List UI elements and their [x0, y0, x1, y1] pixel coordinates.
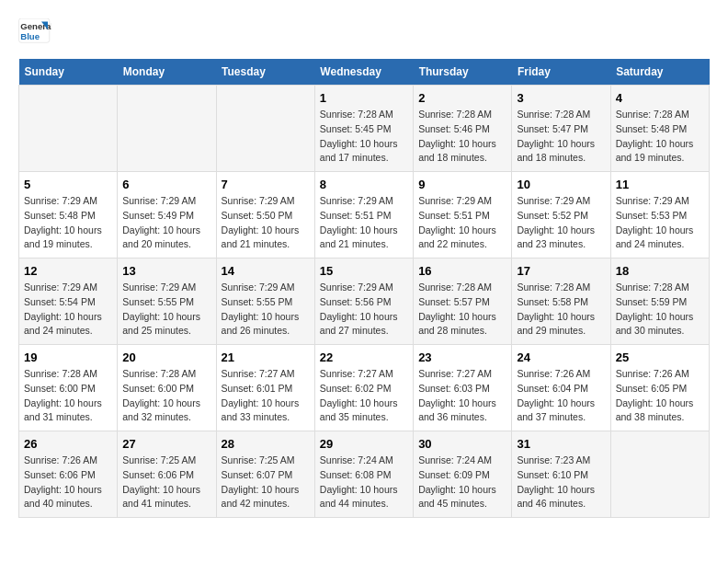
- day-info: Sunrise: 7:28 AM Sunset: 5:45 PM Dayligh…: [320, 108, 408, 166]
- day-number: 12: [24, 264, 112, 278]
- day-info: Sunrise: 7:28 AM Sunset: 5:58 PM Dayligh…: [517, 281, 605, 339]
- day-number: 15: [320, 264, 408, 278]
- calendar-cell: 28Sunrise: 7:25 AM Sunset: 6:07 PM Dayli…: [216, 431, 314, 518]
- calendar-cell: 27Sunrise: 7:25 AM Sunset: 6:06 PM Dayli…: [118, 431, 216, 518]
- day-number: 19: [24, 350, 112, 364]
- day-header-monday: Monday: [118, 59, 216, 86]
- day-info: Sunrise: 7:29 AM Sunset: 5:49 PM Dayligh…: [122, 194, 210, 252]
- calendar-cell: 4Sunrise: 7:28 AM Sunset: 5:48 PM Daylig…: [610, 86, 709, 172]
- day-number: 3: [517, 91, 605, 105]
- calendar-week-row: 26Sunrise: 7:26 AM Sunset: 6:06 PM Dayli…: [19, 431, 710, 518]
- calendar-table: SundayMondayTuesdayWednesdayThursdayFrid…: [18, 59, 710, 518]
- day-info: Sunrise: 7:28 AM Sunset: 5:47 PM Dayligh…: [517, 108, 605, 166]
- day-number: 29: [320, 437, 408, 451]
- calendar-cell: [610, 431, 709, 518]
- calendar-cell: 26Sunrise: 7:26 AM Sunset: 6:06 PM Dayli…: [19, 431, 118, 518]
- day-info: Sunrise: 7:28 AM Sunset: 5:48 PM Dayligh…: [616, 108, 704, 166]
- day-headers-row: SundayMondayTuesdayWednesdayThursdayFrid…: [19, 59, 710, 86]
- calendar-cell: [19, 86, 118, 172]
- calendar-week-row: 5Sunrise: 7:29 AM Sunset: 5:48 PM Daylig…: [19, 172, 710, 259]
- calendar-cell: 12Sunrise: 7:29 AM Sunset: 5:54 PM Dayli…: [19, 259, 118, 345]
- calendar-cell: 29Sunrise: 7:24 AM Sunset: 6:08 PM Dayli…: [314, 431, 413, 518]
- logo-icon: General Blue: [18, 18, 51, 44]
- calendar-cell: 7Sunrise: 7:29 AM Sunset: 5:50 PM Daylig…: [216, 172, 314, 259]
- day-number: 7: [222, 178, 310, 191]
- day-info: Sunrise: 7:26 AM Sunset: 6:04 PM Dayligh…: [517, 367, 605, 425]
- day-number: 26: [24, 437, 112, 451]
- day-info: Sunrise: 7:27 AM Sunset: 6:01 PM Dayligh…: [222, 367, 310, 425]
- svg-text:Blue: Blue: [20, 31, 40, 41]
- day-info: Sunrise: 7:28 AM Sunset: 6:00 PM Dayligh…: [24, 367, 112, 425]
- calendar-cell: 9Sunrise: 7:29 AM Sunset: 5:51 PM Daylig…: [414, 172, 512, 259]
- calendar-week-row: 1Sunrise: 7:28 AM Sunset: 5:45 PM Daylig…: [19, 86, 710, 172]
- calendar-cell: 1Sunrise: 7:28 AM Sunset: 5:45 PM Daylig…: [314, 86, 413, 172]
- calendar-cell: 5Sunrise: 7:29 AM Sunset: 5:48 PM Daylig…: [19, 172, 118, 259]
- day-header-sunday: Sunday: [19, 59, 118, 86]
- day-number: 14: [222, 264, 310, 278]
- calendar-cell: 8Sunrise: 7:29 AM Sunset: 5:51 PM Daylig…: [314, 172, 413, 259]
- day-info: Sunrise: 7:26 AM Sunset: 6:06 PM Dayligh…: [24, 454, 112, 511]
- day-header-saturday: Saturday: [610, 59, 709, 86]
- calendar-cell: 20Sunrise: 7:28 AM Sunset: 6:00 PM Dayli…: [118, 345, 216, 431]
- day-info: Sunrise: 7:24 AM Sunset: 6:09 PM Dayligh…: [418, 454, 506, 511]
- day-number: 31: [517, 437, 605, 451]
- day-number: 28: [222, 437, 310, 451]
- calendar-cell: 25Sunrise: 7:26 AM Sunset: 6:05 PM Dayli…: [610, 345, 709, 431]
- calendar-cell: 24Sunrise: 7:26 AM Sunset: 6:04 PM Dayli…: [512, 345, 610, 431]
- day-number: 9: [418, 178, 506, 191]
- calendar-cell: 10Sunrise: 7:29 AM Sunset: 5:52 PM Dayli…: [512, 172, 610, 259]
- day-info: Sunrise: 7:29 AM Sunset: 5:55 PM Dayligh…: [222, 281, 310, 339]
- day-info: Sunrise: 7:24 AM Sunset: 6:08 PM Dayligh…: [320, 454, 408, 511]
- calendar-cell: 31Sunrise: 7:23 AM Sunset: 6:10 PM Dayli…: [512, 431, 610, 518]
- calendar-body: 1Sunrise: 7:28 AM Sunset: 5:45 PM Daylig…: [19, 86, 710, 518]
- calendar-cell: 21Sunrise: 7:27 AM Sunset: 6:01 PM Dayli…: [216, 345, 314, 431]
- calendar-cell: 14Sunrise: 7:29 AM Sunset: 5:55 PM Dayli…: [216, 259, 314, 345]
- day-info: Sunrise: 7:28 AM Sunset: 5:57 PM Dayligh…: [418, 281, 506, 339]
- calendar-cell: 2Sunrise: 7:28 AM Sunset: 5:46 PM Daylig…: [414, 86, 512, 172]
- day-info: Sunrise: 7:28 AM Sunset: 5:59 PM Dayligh…: [616, 281, 704, 339]
- day-info: Sunrise: 7:29 AM Sunset: 5:48 PM Dayligh…: [24, 194, 112, 252]
- calendar-cell: 13Sunrise: 7:29 AM Sunset: 5:55 PM Dayli…: [118, 259, 216, 345]
- calendar-cell: 22Sunrise: 7:27 AM Sunset: 6:02 PM Dayli…: [314, 345, 413, 431]
- calendar-cell: 6Sunrise: 7:29 AM Sunset: 5:49 PM Daylig…: [118, 172, 216, 259]
- calendar-cell: 23Sunrise: 7:27 AM Sunset: 6:03 PM Dayli…: [414, 345, 512, 431]
- day-number: 10: [517, 178, 605, 191]
- day-header-tuesday: Tuesday: [216, 59, 314, 86]
- calendar-cell: 19Sunrise: 7:28 AM Sunset: 6:00 PM Dayli…: [19, 345, 118, 431]
- day-number: 4: [616, 91, 704, 105]
- day-number: 21: [222, 350, 310, 364]
- calendar-cell: 18Sunrise: 7:28 AM Sunset: 5:59 PM Dayli…: [610, 259, 709, 345]
- calendar-cell: 3Sunrise: 7:28 AM Sunset: 5:47 PM Daylig…: [512, 86, 610, 172]
- day-info: Sunrise: 7:29 AM Sunset: 5:55 PM Dayligh…: [122, 281, 210, 339]
- day-info: Sunrise: 7:26 AM Sunset: 6:05 PM Dayligh…: [616, 367, 704, 425]
- day-number: 8: [320, 178, 408, 191]
- day-info: Sunrise: 7:27 AM Sunset: 6:03 PM Dayligh…: [418, 367, 506, 425]
- day-number: 6: [122, 178, 210, 191]
- day-number: 11: [616, 178, 704, 191]
- day-number: 18: [616, 264, 704, 278]
- day-number: 22: [320, 350, 408, 364]
- calendar-header: SundayMondayTuesdayWednesdayThursdayFrid…: [19, 59, 710, 86]
- calendar-week-row: 12Sunrise: 7:29 AM Sunset: 5:54 PM Dayli…: [19, 259, 710, 345]
- day-number: 20: [122, 350, 210, 364]
- day-info: Sunrise: 7:29 AM Sunset: 5:54 PM Dayligh…: [24, 281, 112, 339]
- calendar-cell: 15Sunrise: 7:29 AM Sunset: 5:56 PM Dayli…: [314, 259, 413, 345]
- day-header-thursday: Thursday: [414, 59, 512, 86]
- calendar-cell: [216, 86, 314, 172]
- day-number: 25: [616, 350, 704, 364]
- day-number: 13: [122, 264, 210, 278]
- day-info: Sunrise: 7:25 AM Sunset: 6:06 PM Dayligh…: [122, 454, 210, 511]
- day-number: 30: [418, 437, 506, 451]
- day-number: 1: [320, 91, 408, 105]
- calendar-cell: 11Sunrise: 7:29 AM Sunset: 5:53 PM Dayli…: [610, 172, 709, 259]
- day-info: Sunrise: 7:23 AM Sunset: 6:10 PM Dayligh…: [517, 454, 605, 511]
- day-number: 23: [418, 350, 506, 364]
- calendar-cell: 16Sunrise: 7:28 AM Sunset: 5:57 PM Dayli…: [414, 259, 512, 345]
- calendar-cell: 17Sunrise: 7:28 AM Sunset: 5:58 PM Dayli…: [512, 259, 610, 345]
- page-header: General Blue: [18, 18, 710, 44]
- day-info: Sunrise: 7:29 AM Sunset: 5:50 PM Dayligh…: [222, 194, 310, 252]
- calendar-cell: [118, 86, 216, 172]
- day-info: Sunrise: 7:28 AM Sunset: 5:46 PM Dayligh…: [418, 108, 506, 166]
- day-info: Sunrise: 7:29 AM Sunset: 5:53 PM Dayligh…: [616, 194, 704, 252]
- day-header-wednesday: Wednesday: [314, 59, 413, 86]
